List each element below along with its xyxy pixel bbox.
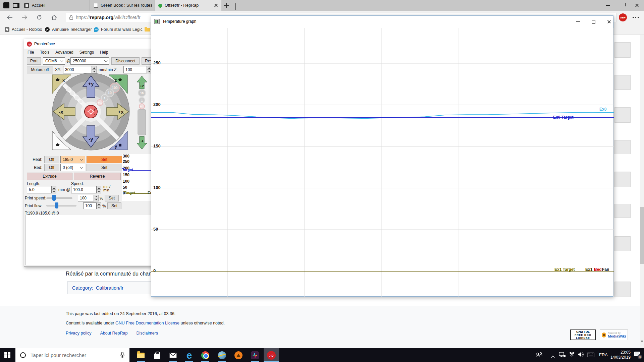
temp-minimize-button[interactable] (573, 18, 583, 25)
print-speed-input[interactable]: 100 (78, 195, 94, 201)
back-button[interactable] (5, 13, 15, 22)
tray-overflow-chevron[interactable] (551, 353, 555, 359)
bed-off-button[interactable]: Off (44, 164, 59, 171)
temp-close-button[interactable] (604, 18, 614, 25)
reverse-button[interactable]: Reverse (74, 173, 121, 180)
extrude-speed-stepper[interactable] (97, 186, 101, 193)
spin-down[interactable] (52, 190, 56, 193)
license-link[interactable]: GNU Free Documentation License (115, 321, 179, 325)
menu-file[interactable]: File (28, 50, 34, 55)
bed-set-button[interactable]: Set (87, 164, 122, 171)
tab-green-book[interactable]: Green Book : Sur les routes (91, 0, 155, 11)
tabs-preview-icon[interactable] (3, 2, 9, 8)
category-link[interactable]: Calibration/fr (96, 285, 123, 291)
extrude-speed-input[interactable]: 100.0 (71, 186, 97, 193)
print-flow-set-button[interactable]: Set (107, 202, 121, 209)
mediawiki-badge[interactable]: Powered By MediaWiki (600, 329, 628, 340)
category-label[interactable]: Category: (72, 285, 93, 291)
adblock-plus-icon[interactable]: ABP (619, 13, 627, 21)
scrollbar-thumb[interactable] (640, 207, 644, 264)
microphone-icon[interactable] (120, 352, 125, 358)
tray-keyboard-icon[interactable] (587, 353, 594, 359)
menu-advanced[interactable]: Advanced (55, 50, 73, 55)
menu-settings[interactable]: Settings (79, 50, 94, 55)
spin-up[interactable] (97, 186, 101, 190)
print-flow-slider-thumb[interactable] (55, 202, 58, 208)
taskbar-store-icon[interactable] (152, 351, 162, 360)
spin-up[interactable] (97, 202, 101, 206)
taskbar-search[interactable] (15, 348, 129, 362)
tray-network-icon[interactable] (559, 352, 566, 359)
extrude-button[interactable]: Extrude (27, 173, 72, 180)
tray-language[interactable]: FRA (599, 352, 608, 362)
tab-list-button[interactable] (235, 3, 236, 9)
refresh-button[interactable] (34, 13, 44, 22)
privacy-policy-link[interactable]: Privacy policy (66, 331, 91, 336)
temp-maximize-button[interactable] (588, 18, 599, 25)
print-flow-input[interactable]: 100 (83, 202, 97, 209)
length-stepper[interactable] (52, 186, 56, 193)
spin-up[interactable] (94, 195, 99, 198)
bookmark-annuaire[interactable]: Annuaire Telecharger (45, 24, 92, 35)
taskbar-edge-icon[interactable]: e (184, 351, 194, 360)
tray-people-icon[interactable] (535, 352, 543, 359)
menu-help[interactable]: Help (100, 50, 108, 55)
taskbar-pronterface-cell[interactable]: :-p (264, 348, 279, 362)
heat-off-button[interactable]: Off (44, 156, 59, 163)
z-slider-track[interactable] (138, 110, 146, 135)
temp-window-titlebar[interactable]: Temperature graph (151, 16, 613, 27)
length-input[interactable]: 5.0 (27, 186, 52, 193)
set-tabs-aside-icon[interactable] (13, 3, 19, 8)
tray-dropbox-icon[interactable] (569, 352, 575, 359)
page-scrollbar[interactable] (640, 35, 644, 348)
bed-temp-combo[interactable]: 0 (off) (60, 164, 85, 171)
tray-clock[interactable]: 23:05 14/03/2019 (610, 350, 631, 362)
spin-up[interactable] (92, 66, 97, 70)
jog-control[interactable]: x z y +y -y -x +x 100 10 1 0.1 (49, 71, 150, 154)
print-flow-stepper[interactable] (97, 202, 101, 209)
taskbar-slack-icon[interactable] (250, 351, 260, 360)
tab-close-icon[interactable] (214, 3, 218, 7)
tray-volume-icon[interactable] (578, 352, 584, 359)
bookmark-roblox[interactable]: Accueil - Roblox (5, 24, 42, 35)
scrollbar-down-arrow[interactable] (641, 341, 643, 343)
print-speed-stepper[interactable] (94, 195, 99, 201)
port-button[interactable]: Port (27, 57, 41, 65)
tab-accueil[interactable]: Accueil (21, 0, 90, 11)
home-button[interactable] (49, 13, 59, 22)
search-input[interactable] (30, 352, 114, 358)
bookmark-forum[interactable]: Forum star wars Legic (94, 24, 143, 35)
taskbar-orange-a-app-icon[interactable] (234, 351, 243, 360)
print-flow-slider[interactable] (46, 205, 76, 206)
print-speed-slider-thumb[interactable] (52, 195, 56, 201)
edge-close-button[interactable] (630, 0, 644, 11)
heat-set-button[interactable]: Set (87, 156, 122, 163)
spin-down[interactable] (97, 206, 101, 209)
edge-restore-button[interactable] (615, 0, 630, 11)
disconnect-button[interactable]: Disconnect (111, 57, 140, 65)
more-options-button[interactable] (633, 17, 640, 18)
port-combo[interactable]: COM6 (43, 57, 65, 65)
gnu-fdl-badge[interactable]: GNU FDL FREE DOC LICENSE (570, 329, 596, 340)
taskbar-chrome-icon[interactable] (201, 351, 210, 360)
taskbar-globe-app-icon[interactable] (217, 351, 227, 360)
taskbar-explorer-icon[interactable] (136, 351, 146, 360)
spin-up[interactable] (52, 186, 56, 190)
jog-center-button[interactable] (85, 105, 97, 118)
disclaimers-link[interactable]: Disclaimers (136, 331, 158, 336)
heat-temp-combo[interactable]: 185.0 (60, 156, 85, 163)
print-speed-set-button[interactable]: Set (105, 195, 119, 201)
spin-down[interactable] (97, 190, 101, 193)
menu-tools[interactable]: Tools (40, 50, 49, 55)
tab-reprap-active[interactable]: Offset/fr - RepRap (155, 0, 221, 11)
about-link[interactable]: About RepRap (100, 331, 127, 336)
taskbar-mail-icon[interactable] (168, 351, 178, 360)
start-button[interactable] (4, 352, 10, 359)
print-speed-slider[interactable] (46, 197, 72, 199)
spin-down[interactable] (94, 198, 99, 201)
forward-button[interactable] (19, 13, 30, 22)
baud-combo[interactable]: 250000 (70, 57, 109, 65)
action-center-icon[interactable]: 8 (634, 351, 641, 359)
edge-minimize-button[interactable] (600, 0, 615, 11)
bookmark-folder[interactable] (145, 24, 150, 35)
